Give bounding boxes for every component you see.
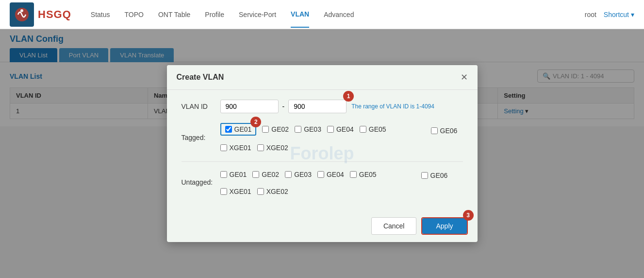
untagged-checkboxes: GE01 GE02 GE03 GE04 xyxy=(220,169,463,195)
tagged-xge01-label: XGE01 xyxy=(230,144,251,152)
untagged-ge04-label: GE04 xyxy=(327,171,344,178)
create-vlan-dialog: Create VLAN ✕ VLAN ID - 1 The range of V… xyxy=(167,65,478,242)
apply-button[interactable]: Apply xyxy=(422,218,466,234)
untagged-ge01-item: GE01 xyxy=(220,171,247,178)
nav-advanced[interactable]: Advanced xyxy=(324,2,354,27)
untagged-ge02-label: GE02 xyxy=(262,171,279,178)
svg-point-1 xyxy=(20,9,23,12)
step-badge-1: 1 xyxy=(343,91,354,102)
vlan-id-end-input[interactable] xyxy=(288,100,347,113)
nav-topo[interactable]: TOPO xyxy=(125,2,144,27)
cancel-button[interactable]: Cancel xyxy=(371,217,417,235)
tagged-xge02-item: XGE02 xyxy=(257,144,288,152)
nav-ont-table[interactable]: ONT Table xyxy=(158,2,190,27)
tagged-ge06-checkbox[interactable] xyxy=(431,127,438,134)
tagged-ge02-checkbox[interactable] xyxy=(262,126,269,133)
tagged-ge05-item: GE05 xyxy=(360,125,386,133)
tagged-label: Tagged: xyxy=(182,134,220,141)
untagged-ge03-checkbox[interactable] xyxy=(285,171,292,178)
untagged-ge03-item: GE03 xyxy=(285,171,312,178)
shortcut-button[interactable]: Shortcut ▾ xyxy=(604,11,634,18)
tagged-xge01-checkbox[interactable] xyxy=(220,144,227,151)
dialog-title: Create VLAN xyxy=(177,73,224,82)
tagged-ge05-label: GE05 xyxy=(369,125,386,133)
untagged-ge03-label: GE03 xyxy=(294,171,312,178)
vlan-id-label: VLAN ID xyxy=(182,103,220,110)
user-label: root xyxy=(585,11,596,18)
dialog-header: Create VLAN ✕ xyxy=(167,65,478,90)
header: HSGQ Status TOPO ONT Table Profile Servi… xyxy=(0,0,644,29)
apply-border: Apply xyxy=(421,217,467,235)
tagged-ge02-item: GE02 xyxy=(262,125,289,133)
untagged-xge02-item: XGE02 xyxy=(257,188,288,195)
chevron-down-icon: ▾ xyxy=(631,11,634,18)
tagged-ge04-label: GE04 xyxy=(336,125,354,133)
nav-status[interactable]: Status xyxy=(91,2,110,27)
tagged-ge03-checkbox[interactable] xyxy=(295,126,301,133)
vlan-id-start-input[interactable] xyxy=(220,100,279,113)
untagged-xge01-item: XGE01 xyxy=(220,188,251,195)
untagged-ge04-checkbox[interactable] xyxy=(317,171,324,178)
main-nav: Status TOPO ONT Table Profile Service-Po… xyxy=(91,1,585,28)
vlan-id-inputs: - 1 xyxy=(220,100,347,113)
untagged-ge02-item: GE02 xyxy=(252,171,279,178)
untagged-xge02-label: XGE02 xyxy=(266,188,288,195)
logo-area: HSGQ xyxy=(10,2,71,27)
tagged-ge01-checkbox[interactable] xyxy=(225,126,232,133)
logo-icon xyxy=(10,2,34,27)
vlan-id-hint: The range of VLAN ID is 1-4094 xyxy=(351,103,434,110)
tagged-xge02-checkbox[interactable] xyxy=(257,144,264,151)
vlan-id-separator: - xyxy=(282,103,285,110)
untagged-ge06-checkbox[interactable] xyxy=(421,172,428,179)
tagged-ge05-checkbox[interactable] xyxy=(360,126,366,133)
tagged-ge06-item: GE06 xyxy=(431,127,458,135)
untagged-xge01-label: XGE01 xyxy=(230,188,251,195)
apply-wrapper: Apply 3 xyxy=(421,217,467,235)
vlan-id-row: VLAN ID - 1 The range of VLAN ID is 1-40… xyxy=(182,100,463,113)
tagged-ge01-label: GE01 xyxy=(234,125,252,133)
tagged-xge02-label: XGE02 xyxy=(266,144,288,152)
nav-vlan[interactable]: VLAN xyxy=(291,1,309,28)
untagged-ge06-label: GE06 xyxy=(430,172,448,179)
nav-profile[interactable]: Profile xyxy=(205,2,224,27)
tagged-ge02-label: GE02 xyxy=(271,125,289,133)
untagged-ge05-label: GE05 xyxy=(359,171,377,178)
tagged-checkboxes: GE01 2 GE02 GE03 GE04 xyxy=(220,123,463,152)
nav-service-port[interactable]: Service-Port xyxy=(239,2,276,27)
untagged-ge02-checkbox[interactable] xyxy=(252,171,259,178)
tagged-ge01-item: GE01 2 xyxy=(220,123,257,136)
page-content: VLAN Config VLAN List Port VLAN VLAN Tra… xyxy=(0,29,644,278)
untagged-ge06-item: GE06 xyxy=(421,172,448,179)
untagged-row: Untagged: GE01 GE02 GE03 xyxy=(182,169,463,195)
untagged-ge04-item: GE04 xyxy=(317,171,344,178)
separator xyxy=(182,161,463,162)
untagged-xge02-checkbox[interactable] xyxy=(257,188,264,195)
nav-right: root Shortcut ▾ xyxy=(585,11,634,18)
dialog-overlay: Create VLAN ✕ VLAN ID - 1 The range of V… xyxy=(0,29,644,278)
tagged-ge06-label: GE06 xyxy=(440,127,458,135)
step-badge-3: 3 xyxy=(463,210,474,221)
tagged-xge01-item: XGE01 xyxy=(220,144,251,152)
tagged-row: Tagged: GE01 2 GE02 GE0 xyxy=(182,123,463,152)
dialog-body: VLAN ID - 1 The range of VLAN ID is 1-40… xyxy=(167,90,478,210)
tagged-ge03-label: GE03 xyxy=(304,125,321,133)
dialog-footer: Cancel Apply 3 xyxy=(167,210,478,242)
untagged-ge01-label: GE01 xyxy=(230,171,247,178)
close-dialog-button[interactable]: ✕ xyxy=(461,73,468,82)
untagged-label: Untagged: xyxy=(182,178,220,186)
untagged-ge05-checkbox[interactable] xyxy=(350,171,357,178)
tagged-ge03-item: GE03 xyxy=(295,125,321,133)
untagged-ge05-item: GE05 xyxy=(350,171,377,178)
untagged-ge01-checkbox[interactable] xyxy=(220,171,227,178)
tagged-ge04-checkbox[interactable] xyxy=(327,126,334,133)
tagged-ge04-item: GE04 xyxy=(327,125,354,133)
logo-text: HSGQ xyxy=(38,8,71,21)
step-badge-2: 2 xyxy=(250,117,261,127)
untagged-xge01-checkbox[interactable] xyxy=(220,188,227,195)
